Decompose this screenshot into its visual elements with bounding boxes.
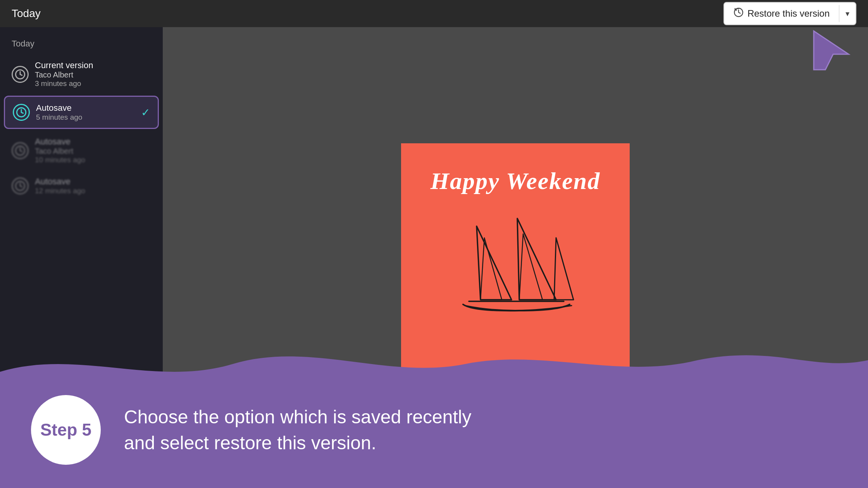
restore-button-container[interactable]: Restore this version ▾: [723, 2, 856, 25]
version-item-4[interactable]: Autosave 12 minutes ago: [0, 170, 163, 201]
version-type-4: Autosave: [35, 177, 151, 187]
version-type-3: Autosave: [35, 137, 151, 147]
clock-icon-1: [12, 66, 29, 83]
version-info-2: Autosave 5 minutes ago: [36, 103, 141, 122]
design-card: Happy Weekend: [401, 143, 630, 372]
version-time-4: 12 minutes ago: [35, 187, 151, 195]
version-type-1: Current version: [35, 60, 151, 70]
step-description-text: Choose the option which is saved recentl…: [124, 407, 472, 453]
design-title: Happy Weekend: [431, 167, 601, 195]
restore-button-label: Restore this version: [747, 8, 830, 19]
clock-icon-2: [13, 104, 30, 121]
version-item-2[interactable]: Autosave 5 minutes ago ✓: [4, 96, 159, 129]
step-badge-text: Step 5: [40, 420, 91, 440]
version-type-2: Autosave: [36, 103, 141, 113]
version-info-1: Current version Taco Albert 3 minutes ag…: [35, 60, 151, 88]
arrow-cursor: [810, 23, 856, 74]
sidebar-section-label: Today: [0, 35, 163, 54]
clock-icon-4: [12, 177, 29, 194]
bottom-bar: Step 5 Choose the option which is saved …: [0, 372, 868, 488]
restore-button[interactable]: Restore this version: [724, 3, 839, 24]
version-user-3: Taco Albert: [35, 147, 151, 156]
version-time-1: 3 minutes ago: [35, 79, 151, 88]
bottom-overlay-wrapper: Step 5 Choose the option which is saved …: [0, 341, 868, 488]
version-time-3: 10 minutes ago: [35, 156, 151, 164]
header: Today Restore this version ▾: [0, 0, 868, 27]
version-item-3[interactable]: Autosave Taco Albert 10 minutes ago: [0, 131, 163, 170]
version-info-4: Autosave 12 minutes ago: [35, 177, 151, 195]
version-user-1: Taco Albert: [35, 70, 151, 79]
step-badge: Step 5: [31, 395, 101, 465]
version-info-3: Autosave Taco Albert 10 minutes ago: [35, 137, 151, 164]
restore-dropdown-button[interactable]: ▾: [839, 4, 856, 23]
sailboat-illustration: [442, 207, 589, 315]
version-check-icon: ✓: [141, 106, 150, 119]
version-time-2: 5 minutes ago: [36, 113, 141, 122]
clock-icon-3: [12, 142, 29, 159]
version-item-1[interactable]: Current version Taco Albert 3 minutes ag…: [0, 54, 163, 94]
header-today-label: Today: [12, 7, 41, 20]
restore-icon: [734, 7, 744, 20]
step-description: Choose the option which is saved recentl…: [124, 404, 472, 456]
